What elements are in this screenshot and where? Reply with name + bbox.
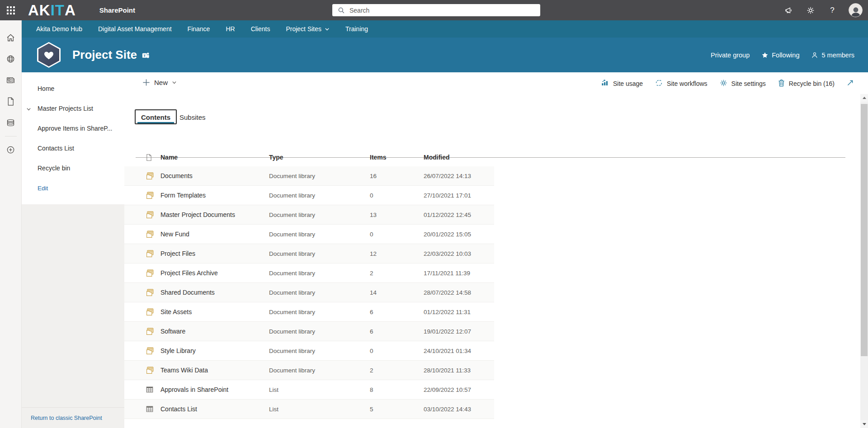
sidebar-item-approve-items-in-sharep[interactable]: Approve Items in ShareP... <box>22 118 124 138</box>
table-row[interactable]: Project Files Document library 12 22/03/… <box>124 244 494 263</box>
column-header-name[interactable]: Name <box>160 154 269 161</box>
hubnav-item-3[interactable]: HR <box>226 25 235 33</box>
plus-icon <box>142 79 150 86</box>
row-name[interactable]: Software <box>160 328 269 335</box>
row-modified: 01/12/2022 11:31 <box>424 309 494 315</box>
document-library-icon <box>146 211 160 219</box>
row-name[interactable]: Site Assets <box>160 308 269 315</box>
table-row[interactable]: Software Document library 6 19/01/2022 1… <box>124 322 494 341</box>
sidebar-item-master-projects-list[interactable]: Master Projects List <box>22 99 124 118</box>
table-row[interactable]: Shared Documents Document library 14 28/… <box>124 283 494 302</box>
hubnav-item-1[interactable]: Digital Asset Management <box>98 25 172 33</box>
row-name[interactable]: New Fund <box>160 230 269 238</box>
hubnav-item-0[interactable]: Akita Demo Hub <box>36 25 82 33</box>
hubnav-item-2[interactable]: Finance <box>188 25 210 33</box>
table-row[interactable]: Master Project Documents Document librar… <box>124 205 494 225</box>
table-body: Documents Document library 16 26/07/2022… <box>124 166 494 419</box>
hubnav-label: Digital Asset Management <box>98 25 172 33</box>
members-button[interactable]: 5 members <box>811 52 854 59</box>
table-row[interactable]: Project Files Archive Document library 2… <box>124 263 494 283</box>
action-recycle-bin-16[interactable]: Recycle bin (16) <box>778 79 835 89</box>
column-header-modified[interactable]: Modified <box>424 154 494 161</box>
column-header-type[interactable]: Type <box>269 154 370 161</box>
table-row[interactable]: Site Assets Document library 6 01/12/202… <box>124 302 494 322</box>
row-modified: 26/07/2022 14:13 <box>424 173 494 179</box>
sidebar-item-home[interactable]: Home <box>22 79 124 99</box>
following-button[interactable]: Following <box>761 52 799 59</box>
table-row[interactable]: New Fund Document library 0 20/01/2022 1… <box>124 225 494 244</box>
document-library-icon <box>146 308 160 316</box>
logo-text-cyan: IT <box>51 2 65 19</box>
hubnav-label: HR <box>226 25 235 33</box>
row-name[interactable]: Master Project Documents <box>160 211 269 218</box>
lists-icon[interactable] <box>0 112 22 133</box>
app-launcher-icon[interactable] <box>0 0 22 20</box>
row-name[interactable]: Project Files <box>160 250 269 257</box>
scroll-down-arrow[interactable] <box>860 420 868 428</box>
table-row[interactable]: Documents Document library 16 26/07/2022… <box>124 166 494 186</box>
tab-contents[interactable]: Contents <box>135 109 177 124</box>
left-app-rail <box>0 20 22 428</box>
expand-button[interactable] <box>846 79 854 88</box>
add-icon[interactable] <box>0 139 22 160</box>
scrollbar-thumb[interactable] <box>861 104 868 356</box>
document-library-icon <box>146 347 160 355</box>
new-button[interactable]: New <box>142 79 177 86</box>
scroll-up-arrow[interactable] <box>860 94 868 102</box>
action-site-settings[interactable]: Site settings <box>719 79 766 89</box>
hubnav-item-4[interactable]: Clients <box>251 25 270 33</box>
account-avatar[interactable] <box>849 3 863 17</box>
sidebar-item-contacts-list[interactable]: Contacts List <box>22 138 124 158</box>
hubnav-item-5[interactable]: Project Sites <box>286 25 330 33</box>
row-name[interactable]: Form Templates <box>160 192 269 199</box>
akita-logo[interactable]: AKITA <box>28 2 76 19</box>
site-logo[interactable] <box>37 42 61 68</box>
announcements-icon[interactable] <box>783 5 794 16</box>
row-name[interactable]: Project Files Archive <box>160 269 269 277</box>
search-box[interactable] <box>332 4 540 16</box>
action-site-workflows[interactable]: Site workflows <box>655 79 707 89</box>
row-name[interactable]: Teams Wiki Data <box>160 367 269 374</box>
row-type: Document library <box>269 231 370 238</box>
sidebar-item-recycle-bin[interactable]: Recycle bin <box>22 158 124 178</box>
row-type: Document library <box>269 270 370 277</box>
table-header: Name Type Items Modified <box>124 148 494 166</box>
sidebar-item-label: Recycle bin <box>38 165 70 172</box>
table-row[interactable]: Teams Wiki Data Document library 2 28/10… <box>124 361 494 380</box>
row-name[interactable]: Shared Documents <box>160 289 269 296</box>
hubnav-item-6[interactable]: Training <box>345 25 368 33</box>
return-classic-link[interactable]: Return to classic SharePoint <box>31 415 102 421</box>
tab-underline <box>137 122 174 123</box>
row-items: 5 <box>370 406 424 413</box>
column-header-items[interactable]: Items <box>370 154 424 161</box>
home-icon[interactable] <box>0 27 22 48</box>
chevron-down-icon[interactable] <box>26 106 31 113</box>
search-input[interactable] <box>349 7 530 14</box>
document-icon[interactable] <box>0 91 22 112</box>
command-bar-actions: Site usageSite workflowsSite settingsRec… <box>601 79 854 89</box>
vertical-scrollbar <box>860 94 868 428</box>
teams-icon[interactable]: T <box>142 51 150 61</box>
tab-subsites[interactable]: Subsites <box>179 113 206 121</box>
row-modified: 03/10/2022 14:43 <box>424 406 494 413</box>
help-icon[interactable]: ? <box>827 5 838 16</box>
action-site-usage[interactable]: Site usage <box>601 79 643 89</box>
globe-icon[interactable] <box>0 48 22 70</box>
pivot-tabs: Contents Subsites <box>124 97 860 133</box>
table-row[interactable]: Style Library Document library 0 24/10/2… <box>124 341 494 361</box>
table-row[interactable]: Contacts List List 5 03/10/2022 14:43 <box>124 400 494 419</box>
sidebar-item-label: Contacts List <box>38 145 74 152</box>
row-modified: 28/07/2022 14:58 <box>424 289 494 296</box>
news-icon[interactable] <box>0 70 22 91</box>
table-row[interactable]: Form Templates Document library 0 27/10/… <box>124 186 494 205</box>
file-type-column-icon <box>146 154 160 161</box>
row-items: 2 <box>370 270 424 277</box>
row-name[interactable]: Approvals in SharePoint <box>160 386 269 393</box>
row-name[interactable]: Style Library <box>160 347 269 354</box>
sidebar-item-edit[interactable]: Edit <box>22 178 124 198</box>
row-name[interactable]: Contacts List <box>160 405 269 413</box>
site-workflows-icon <box>655 79 663 89</box>
table-row[interactable]: Approvals in SharePoint List 8 22/09/202… <box>124 380 494 400</box>
settings-gear-icon[interactable] <box>805 5 816 16</box>
row-name[interactable]: Documents <box>160 172 269 179</box>
